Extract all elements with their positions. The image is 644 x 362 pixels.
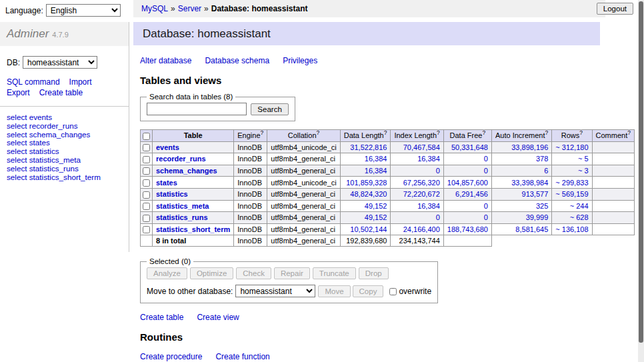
- overwrite-checkbox[interactable]: [389, 288, 397, 295]
- table-name-link[interactable]: statistics_meta: [156, 202, 209, 210]
- row-checkbox[interactable]: [143, 167, 150, 175]
- sidebar-item-select-statistics-meta[interactable]: select statistics_meta: [7, 156, 122, 165]
- move-button[interactable]: Move: [318, 285, 350, 297]
- privileges-link[interactable]: Privileges: [283, 56, 317, 65]
- auto-increment-value[interactable]: 6: [544, 167, 548, 175]
- analyze-button[interactable]: Analyze: [147, 267, 187, 279]
- data-free-value[interactable]: 0: [484, 155, 488, 163]
- copy-button[interactable]: Copy: [353, 285, 384, 297]
- check-button[interactable]: Check: [236, 267, 271, 279]
- rows-estimate-value[interactable]: ~ 5: [578, 155, 589, 163]
- create-view-link[interactable]: Create view: [197, 313, 239, 322]
- data-length-value[interactable]: 16,384: [365, 155, 387, 163]
- language-select[interactable]: English: [46, 4, 121, 17]
- auto-increment-value[interactable]: 8,581,645: [515, 225, 548, 233]
- create-procedure-link[interactable]: Create procedure: [140, 352, 202, 361]
- data-free-value[interactable]: 104,857,600: [447, 179, 488, 187]
- database-schema-link[interactable]: Database schema: [205, 56, 269, 65]
- table-name-link[interactable]: schema_changes: [156, 167, 217, 175]
- data-length-value[interactable]: 10,502,144: [350, 225, 387, 233]
- index-length-value[interactable]: 16,384: [417, 155, 440, 163]
- table-name-link[interactable]: statistics_runs: [156, 213, 208, 221]
- data-free-value[interactable]: 50,331,648: [451, 143, 488, 151]
- row-checkbox[interactable]: [143, 179, 150, 187]
- data-free-value[interactable]: 6,291,456: [455, 190, 488, 198]
- table-name-link[interactable]: recorder_runs: [156, 155, 206, 163]
- rows-estimate-value[interactable]: ~ 3: [578, 167, 589, 175]
- row-checkbox[interactable]: [143, 226, 150, 233]
- logout-button[interactable]: Logout: [597, 3, 633, 15]
- row-checkbox[interactable]: [143, 144, 150, 151]
- sql-command-link[interactable]: SQL command: [7, 77, 60, 87]
- index-length-value[interactable]: 0: [436, 213, 440, 221]
- auto-increment-value[interactable]: 33,898,196: [511, 143, 548, 151]
- repair-button[interactable]: Repair: [274, 267, 310, 279]
- import-link[interactable]: Import: [69, 77, 92, 87]
- index-length-value[interactable]: 72,220,672: [403, 190, 440, 198]
- create-table-link[interactable]: Create table: [140, 313, 183, 322]
- export-link[interactable]: Export: [7, 88, 30, 97]
- create-function-link[interactable]: Create function: [215, 352, 269, 361]
- table-name-link[interactable]: statistics: [156, 190, 188, 198]
- data-length-value[interactable]: 31,522,816: [350, 143, 387, 151]
- data-length-value[interactable]: 48,824,320: [350, 190, 387, 198]
- data-length-value[interactable]: 49,152: [365, 202, 387, 210]
- row-checkbox[interactable]: [143, 191, 150, 199]
- rows-estimate-value[interactable]: ~ 569,159: [555, 190, 588, 198]
- auto-increment-value[interactable]: 33,398,984: [511, 179, 548, 187]
- row-checkbox[interactable]: [143, 156, 150, 163]
- breadcrumb-server-link[interactable]: Server: [178, 4, 201, 13]
- index-length-value[interactable]: 16,384: [417, 202, 440, 210]
- data-free-value[interactable]: 0: [484, 167, 488, 175]
- search-button[interactable]: Search: [251, 103, 288, 115]
- move-db-select[interactable]: homeassistant: [235, 285, 315, 297]
- row-checkbox[interactable]: [143, 215, 150, 222]
- help-superscript[interactable]: ?: [317, 130, 320, 137]
- alter-database-link[interactable]: Alter database: [140, 56, 191, 65]
- help-superscript[interactable]: ?: [579, 130, 583, 137]
- search-input[interactable]: [147, 103, 247, 115]
- table-name-link[interactable]: events: [156, 143, 179, 151]
- table-name-link[interactable]: states: [156, 179, 177, 187]
- optimize-button[interactable]: Optimize: [190, 267, 233, 279]
- vertical-scrollbar[interactable]: [638, 0, 644, 362]
- rows-estimate-value[interactable]: ~ 628: [570, 213, 589, 221]
- sidebar-item-select-statistics-short-term[interactable]: select statistics_short_term: [7, 173, 122, 182]
- data-length-value[interactable]: 49,152: [365, 213, 387, 221]
- row-checkbox[interactable]: [143, 203, 150, 210]
- index-length-value[interactable]: 70,467,584: [403, 143, 440, 151]
- data-free-value[interactable]: 0: [484, 213, 488, 221]
- index-length-value[interactable]: 0: [436, 167, 440, 175]
- breadcrumb-mysql-link[interactable]: MySQL: [141, 4, 168, 13]
- table-name-link[interactable]: statistics_short_term: [156, 225, 230, 233]
- auto-increment-value[interactable]: 913,577: [522, 190, 549, 198]
- scrollbar-thumb[interactable]: [639, 1, 643, 343]
- help-superscript[interactable]: ?: [482, 130, 485, 137]
- help-superscript[interactable]: ?: [261, 130, 264, 137]
- auto-increment-value[interactable]: 39,999: [526, 213, 549, 221]
- help-superscript[interactable]: ?: [545, 130, 549, 137]
- index-length-value[interactable]: 67,256,320: [403, 179, 440, 187]
- auto-increment-value[interactable]: 325: [536, 202, 548, 210]
- sidebar-item-select-events[interactable]: select events: [7, 113, 122, 122]
- sidebar-item-select-statistics-runs[interactable]: select statistics_runs: [7, 165, 122, 173]
- truncate-button[interactable]: Truncate: [313, 267, 356, 279]
- sidebar-item-select-recorder-runs[interactable]: select recorder_runs: [7, 122, 122, 131]
- data-free-value[interactable]: 188,743,680: [447, 225, 488, 233]
- rows-estimate-value[interactable]: ~ 299,833: [555, 179, 588, 187]
- db-select[interactable]: homeassistant: [23, 56, 97, 69]
- create-table-link[interactable]: Create table: [39, 88, 83, 97]
- auto-increment-value[interactable]: 378: [536, 155, 548, 163]
- select-all-checkbox[interactable]: [143, 133, 150, 140]
- data-free-value[interactable]: 0: [484, 202, 488, 210]
- data-length-value[interactable]: 101,859,328: [346, 179, 387, 187]
- help-superscript[interactable]: ?: [384, 130, 387, 137]
- rows-estimate-value[interactable]: ~ 312,180: [555, 143, 588, 151]
- rows-estimate-value[interactable]: ~ 136,108: [555, 225, 588, 233]
- help-superscript[interactable]: ?: [627, 130, 631, 137]
- index-length-value[interactable]: 24,166,400: [403, 225, 440, 233]
- rows-estimate-value[interactable]: ~ 244: [570, 202, 589, 210]
- help-superscript[interactable]: ?: [437, 130, 440, 137]
- data-length-value[interactable]: 16,384: [365, 167, 387, 175]
- drop-button[interactable]: Drop: [359, 267, 389, 279]
